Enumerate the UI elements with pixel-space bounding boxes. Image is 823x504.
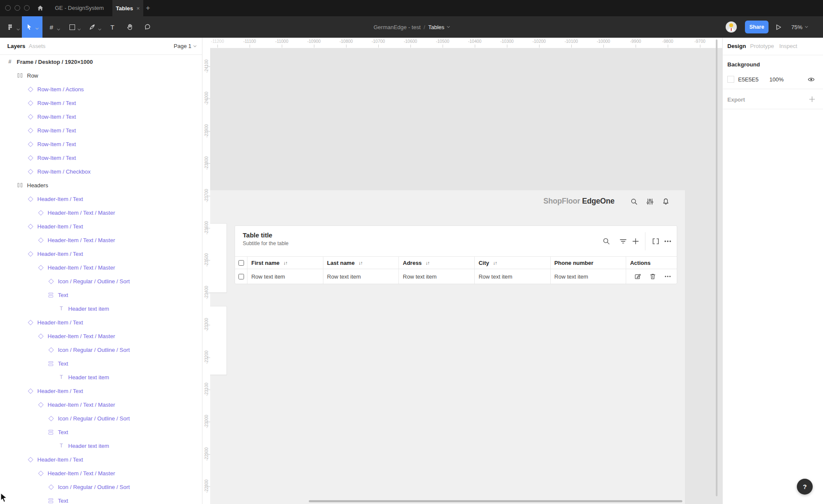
background-opacity-value[interactable]: 100% (769, 76, 784, 83)
layer-row[interactable]: Header-Item / Text / Master (0, 398, 202, 411)
design-sliders-icon[interactable] (646, 198, 654, 205)
row-checkbox-cell[interactable] (235, 269, 247, 284)
design-bell-icon[interactable] (662, 198, 669, 205)
frame-tool-chevron-icon[interactable] (57, 27, 60, 30)
main-menu-button[interactable] (3, 16, 16, 38)
home-icon[interactable] (37, 5, 44, 12)
table-cell[interactable]: Row text item (323, 269, 399, 284)
frame-tool-button[interactable]: # (46, 16, 57, 38)
table-header-row[interactable]: First name↓↑Last name↓↑Adress↓↑City↓↑Pho… (235, 256, 677, 269)
delete-icon[interactable] (649, 273, 656, 280)
table-header-cell[interactable]: Last name↓↑ (323, 257, 399, 269)
design-search-icon[interactable] (630, 198, 638, 205)
shopfloor-edgeone-logo[interactable]: ShopFloor EdgeOne (543, 197, 615, 206)
layer-row[interactable]: THeader text item (0, 302, 202, 315)
layer-row[interactable]: Icon / Regular / Outline / Sort (0, 343, 202, 357)
visibility-eye-icon[interactable] (808, 76, 815, 83)
window-minimize-icon[interactable] (15, 5, 20, 11)
share-button[interactable]: Share (745, 21, 769, 33)
tab-inspect[interactable]: Inspect (779, 38, 797, 55)
table-data-row[interactable]: Row text itemRow text itemRow text itemR… (235, 269, 677, 284)
layer-row[interactable]: Row-Item / Actions (0, 82, 202, 96)
new-tab-button[interactable]: + (146, 0, 150, 16)
zoom-control[interactable]: 75% (791, 16, 808, 38)
layer-row[interactable]: Icon / Regular / Outline / Sort (0, 480, 202, 494)
layer-row[interactable]: Row-Item / Text (0, 151, 202, 165)
table-header-cell[interactable]: Adress↓↑ (398, 257, 474, 269)
layer-row[interactable]: Row-Item / Text (0, 110, 202, 123)
horizontal-scrollbar[interactable] (309, 500, 682, 502)
layer-row[interactable]: Icon / Regular / Outline / Sort (0, 274, 202, 288)
card-expand-icon[interactable] (652, 237, 660, 245)
table-title[interactable]: Table title (243, 231, 272, 239)
move-tool-button[interactable] (22, 16, 42, 38)
layer-row[interactable]: Row-Item / Checkbox (0, 165, 202, 178)
export-section-label[interactable]: Export (727, 96, 745, 103)
table-header-cell[interactable]: Actions (626, 257, 677, 269)
vertical-scrollbar[interactable] (716, 39, 717, 496)
page-selector[interactable]: Page 1 (174, 38, 196, 54)
avatar[interactable] (726, 21, 737, 33)
layer-row[interactable]: Header-Item / Text / Master (0, 466, 202, 480)
text-tool-button[interactable]: T (107, 16, 118, 38)
layer-row[interactable]: Row (0, 69, 202, 82)
layer-row[interactable]: Text (0, 357, 202, 370)
tab-tables[interactable]: Tables × (112, 0, 143, 16)
card-add-icon[interactable] (632, 237, 639, 245)
layer-row[interactable]: THeader text item (0, 439, 202, 453)
table-cell[interactable]: Row text item (474, 269, 550, 284)
table-header-cell[interactable]: First name↓↑ (247, 257, 323, 269)
layer-row[interactable]: Header-Item / Text / Master (0, 261, 202, 274)
shape-tool-chevron-icon[interactable] (78, 27, 81, 30)
canvas[interactable]: ShopFloor EdgeOne Table title Subtitle f… (202, 38, 722, 504)
layer-row[interactable]: Header-Item / Text (0, 384, 202, 398)
sort-icon[interactable]: ↓↑ (493, 260, 497, 265)
present-button[interactable] (775, 24, 782, 30)
layer-row[interactable]: Header-Item / Text / Master (0, 206, 202, 219)
layer-row[interactable]: Header-Item / Text (0, 315, 202, 329)
shape-tool-button[interactable] (67, 16, 77, 38)
layer-row[interactable]: #Frame / Desktop / 1920×1000 (0, 55, 202, 69)
layer-row[interactable]: THeader text item (0, 370, 202, 384)
row-actions-cell[interactable] (626, 269, 677, 284)
table-subtitle[interactable]: Subtitle for the table (243, 240, 289, 246)
table-header-cell[interactable]: Phone number (550, 257, 626, 269)
card-filter-icon[interactable] (619, 237, 627, 245)
card-more-icon[interactable] (664, 237, 672, 245)
window-close-icon[interactable] (5, 5, 11, 11)
hand-tool-button[interactable] (125, 16, 135, 38)
edit-icon[interactable] (634, 273, 641, 280)
window-zoom-icon[interactable] (24, 5, 30, 11)
sort-icon[interactable]: ↓↑ (425, 260, 429, 265)
pen-tool-chevron-icon[interactable] (98, 27, 101, 30)
layer-row[interactable]: Header-Item / Text / Master (0, 233, 202, 247)
row-more-icon[interactable] (664, 273, 671, 280)
layer-row[interactable]: Text (0, 425, 202, 439)
help-button[interactable]: ? (797, 479, 813, 495)
layer-row[interactable]: Header-Item / Text / Master (0, 329, 202, 343)
sort-icon[interactable]: ↓↑ (283, 260, 287, 265)
tab-layers[interactable]: Layers (7, 38, 25, 54)
layer-row[interactable]: Header-Item / Text (0, 192, 202, 206)
tab-close-icon[interactable]: × (136, 5, 140, 12)
layer-row[interactable]: Row-Item / Text (0, 137, 202, 151)
layer-row[interactable]: Header-Item / Text (0, 453, 202, 466)
tab-design[interactable]: Design (727, 38, 746, 55)
background-hex-value[interactable]: E5E5E5 (738, 76, 759, 83)
layer-row[interactable]: Row-Item / Text (0, 96, 202, 110)
layer-row[interactable]: Row-Item / Text (0, 123, 202, 137)
table-card[interactable]: Table title Subtitle for the table First… (235, 225, 677, 284)
background-color-swatch[interactable] (727, 76, 734, 83)
layer-row[interactable]: Header-Item / Text (0, 219, 202, 233)
menu-chevron-icon[interactable] (17, 27, 20, 30)
card-search-icon[interactable] (603, 237, 610, 245)
checkbox[interactable] (238, 260, 244, 266)
header-checkbox-cell[interactable] (235, 257, 247, 269)
sort-icon[interactable]: ↓↑ (359, 260, 362, 265)
layer-row[interactable]: Text (0, 288, 202, 302)
tab-assets[interactable]: Assets (29, 38, 45, 54)
checkbox[interactable] (238, 274, 244, 279)
tab-prototype[interactable]: Prototype (750, 38, 774, 55)
table-cell[interactable]: Row text item (550, 269, 626, 284)
layer-row[interactable]: Text (0, 494, 202, 504)
